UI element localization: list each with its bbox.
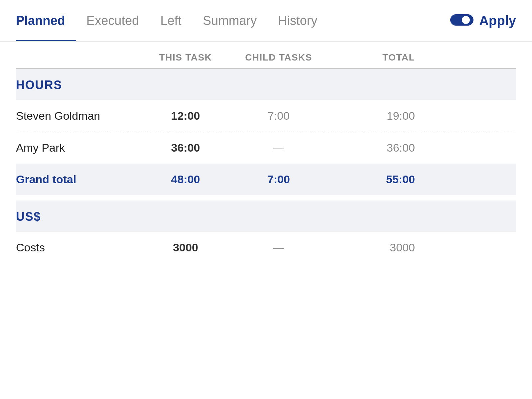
tab-left[interactable]: Left: [150, 0, 192, 41]
toggle-icon[interactable]: [450, 13, 474, 28]
grand-total-this-task: 48:00: [142, 173, 229, 186]
tab-summary[interactable]: Summary: [192, 0, 268, 41]
usd-section-header: US$: [16, 200, 516, 232]
hours-rows: Steven Goldman 12:00 7:00 19:00 Amy Park…: [16, 100, 516, 164]
column-headers: THIS TASK CHILD TASKS TOTAL: [16, 42, 516, 69]
row-value-amy-this-task: 36:00: [142, 141, 229, 154]
tab-planned[interactable]: Planned: [16, 0, 76, 41]
row-value-amy-child-tasks: —: [229, 141, 329, 154]
usd-title: US$: [16, 210, 142, 224]
tab-summary-label: Summary: [203, 14, 257, 28]
usd-rows: Costs 3000 — 3000: [16, 232, 516, 263]
row-value-steven-total: 19:00: [329, 109, 415, 122]
row-value-amy-total: 36:00: [329, 141, 415, 154]
apply-section: Apply: [450, 13, 516, 28]
grand-total-row: Grand total 48:00 7:00 55:00: [16, 164, 516, 195]
row-value-steven-child-tasks: 7:00: [229, 109, 329, 122]
grand-total-total: 55:00: [329, 173, 415, 186]
grand-total-label: Grand total: [16, 173, 142, 186]
hours-section: HOURS Steven Goldman 12:00 7:00 19:00 Am…: [16, 69, 516, 195]
col-header-this-task: THIS TASK: [142, 52, 229, 63]
hours-title: HOURS: [16, 78, 142, 92]
tab-history-label: History: [278, 14, 317, 28]
col-header-total: TOTAL: [329, 52, 415, 63]
hours-section-header: HOURS: [16, 69, 516, 100]
row-label-amy: Amy Park: [16, 141, 142, 154]
apply-label: Apply: [479, 13, 516, 28]
row-label-costs: Costs: [16, 241, 142, 254]
tab-history[interactable]: History: [267, 0, 328, 41]
table-container: THIS TASK CHILD TASKS TOTAL HOURS Steven…: [0, 42, 532, 263]
usd-section: US$ Costs 3000 — 3000: [16, 200, 516, 263]
row-value-costs-child-tasks: —: [229, 241, 329, 254]
table-row: Steven Goldman 12:00 7:00 19:00: [16, 100, 516, 132]
tab-left-label: Left: [160, 14, 181, 28]
row-value-costs-total: 3000: [329, 241, 415, 254]
tab-executed-label: Executed: [86, 14, 139, 28]
col-header-child-tasks: CHILD TASKS: [229, 52, 329, 63]
col-header-name: [16, 52, 142, 63]
tab-executed[interactable]: Executed: [76, 0, 150, 41]
tab-bar: Planned Executed Left Summary History Ap…: [0, 0, 532, 42]
grand-total-child-tasks: 7:00: [229, 173, 329, 186]
svg-point-1: [462, 16, 470, 24]
row-value-costs-this-task: 3000: [142, 241, 229, 254]
table-row: Amy Park 36:00 — 36:00: [16, 132, 516, 164]
row-label-steven: Steven Goldman: [16, 109, 142, 122]
row-value-steven-this-task: 12:00: [142, 109, 229, 122]
tab-planned-label: Planned: [16, 14, 65, 28]
table-row: Costs 3000 — 3000: [16, 232, 516, 263]
